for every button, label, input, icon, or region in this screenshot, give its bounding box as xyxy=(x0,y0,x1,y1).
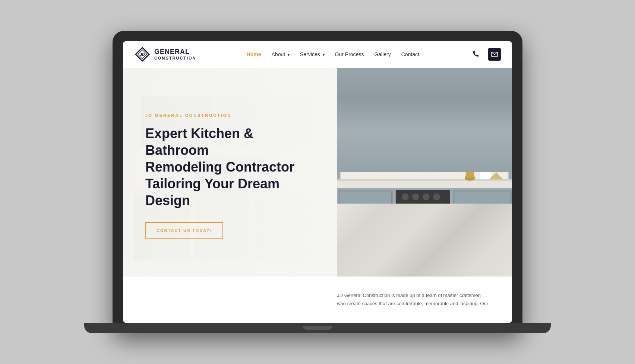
nav-link-about[interactable]: About ▾ xyxy=(272,51,290,57)
svg-rect-62 xyxy=(337,253,512,270)
nav-item-home[interactable]: Home xyxy=(247,51,261,58)
svg-rect-15 xyxy=(342,79,385,127)
hero-left: JD GENERAL CONSTRUCTION Expert Kitchen &… xyxy=(123,68,337,277)
nav-link-home[interactable]: Home xyxy=(247,51,261,57)
svg-rect-25 xyxy=(452,100,460,102)
nav-links: Home About ▾ Services ▾ Our Process xyxy=(247,51,419,58)
svg-rect-16 xyxy=(343,81,383,126)
laptop-base xyxy=(84,323,551,333)
nav-icons xyxy=(470,48,501,61)
svg-rect-29 xyxy=(489,100,498,102)
contact-cta-button[interactable]: CONTACT US TODAY! xyxy=(145,222,223,239)
laptop-frame: JD GENERAL CONSTRUCTION Home About ▾ xyxy=(113,31,522,333)
svg-rect-21 xyxy=(408,100,417,102)
svg-rect-19 xyxy=(390,79,433,127)
laptop-notch xyxy=(303,326,332,330)
svg-point-44 xyxy=(400,226,421,238)
svg-rect-49 xyxy=(461,228,503,230)
logo-text: GENERAL CONSTRUCTION xyxy=(154,48,196,60)
svg-point-40 xyxy=(423,193,430,200)
logo-area[interactable]: JD GENERAL CONSTRUCTION xyxy=(134,46,196,63)
svg-rect-63 xyxy=(337,251,512,253)
phone-button[interactable] xyxy=(470,48,482,61)
svg-rect-27 xyxy=(476,79,511,127)
svg-rect-46 xyxy=(398,242,448,265)
svg-point-45 xyxy=(428,226,445,237)
nav-item-gallery[interactable]: Gallery xyxy=(374,51,391,58)
svg-rect-20 xyxy=(392,81,432,126)
svg-point-56 xyxy=(478,159,487,168)
email-button[interactable] xyxy=(488,48,501,61)
svg-rect-54 xyxy=(480,169,491,179)
svg-rect-17 xyxy=(360,100,368,102)
nav-link-our-process[interactable]: Our Process xyxy=(335,51,364,57)
kitchen-svg xyxy=(337,68,512,277)
svg-rect-36 xyxy=(347,228,384,230)
nav-link-services[interactable]: Services ▾ xyxy=(300,51,325,57)
nav-item-about[interactable]: About ▾ xyxy=(272,51,290,58)
svg-point-39 xyxy=(412,193,419,200)
services-chevron-icon: ▾ xyxy=(323,53,325,57)
nav-item-services[interactable]: Services ▾ xyxy=(300,51,325,58)
phone-icon xyxy=(472,51,480,58)
svg-rect-35 xyxy=(340,191,392,267)
svg-rect-22 xyxy=(437,78,472,128)
svg-rect-23 xyxy=(439,79,471,127)
svg-rect-32 xyxy=(337,179,512,181)
hero-content: JD GENERAL CONSTRUCTION Expert Kitchen &… xyxy=(123,68,337,277)
about-chevron-icon: ▾ xyxy=(288,53,290,57)
nav-item-our-process[interactable]: Our Process xyxy=(335,51,364,58)
svg-rect-59 xyxy=(466,167,474,178)
info-section: JD General Construction is made up of a … xyxy=(123,277,512,323)
svg-rect-14 xyxy=(341,78,386,128)
svg-point-41 xyxy=(433,193,440,200)
brand-sub: CONSTRUCTION xyxy=(154,56,196,60)
laptop-screen: JD GENERAL CONSTRUCTION Home About ▾ xyxy=(123,41,512,323)
svg-point-50 xyxy=(405,204,437,216)
svg-rect-53 xyxy=(443,205,448,208)
svg-point-38 xyxy=(402,193,409,200)
svg-rect-26 xyxy=(474,78,512,128)
svg-point-43 xyxy=(426,208,447,221)
nav-link-contact[interactable]: Contact xyxy=(401,51,419,57)
svg-rect-48 xyxy=(454,191,511,267)
svg-rect-28 xyxy=(477,81,509,126)
hero-right xyxy=(337,68,512,277)
svg-rect-24 xyxy=(440,81,469,126)
svg-rect-37 xyxy=(396,190,450,268)
svg-rect-51 xyxy=(405,204,437,211)
navbar: JD GENERAL CONSTRUCTION Home About ▾ xyxy=(123,41,512,68)
brand-name: GENERAL xyxy=(154,48,196,56)
svg-point-42 xyxy=(398,207,423,221)
email-icon xyxy=(491,52,498,57)
svg-rect-18 xyxy=(389,78,434,128)
logo-icon: JD xyxy=(134,46,151,63)
hero-section: JD GENERAL CONSTRUCTION Expert Kitchen &… xyxy=(123,68,512,277)
info-text: JD General Construction is made up of a … xyxy=(337,291,497,308)
svg-point-57 xyxy=(486,160,493,169)
hero-eyebrow: JD GENERAL CONSTRUCTION xyxy=(145,113,315,118)
svg-point-55 xyxy=(480,160,492,172)
nav-link-gallery[interactable]: Gallery xyxy=(374,51,391,57)
svg-rect-52 xyxy=(401,205,406,208)
svg-point-60 xyxy=(466,165,474,169)
svg-text:JD: JD xyxy=(140,52,145,57)
nav-item-contact[interactable]: Contact xyxy=(401,51,419,58)
kitchen-visual xyxy=(337,68,512,277)
hero-title: Expert Kitchen & Bathroom Remodeling Con… xyxy=(145,125,302,209)
